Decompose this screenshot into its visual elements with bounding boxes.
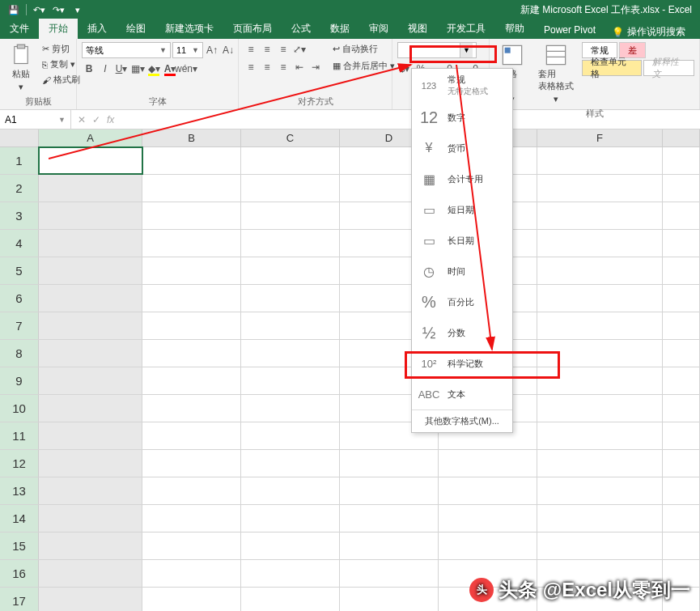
cell[interactable] [142, 202, 241, 229]
cell[interactable] [663, 340, 700, 367]
indent-decrease-button[interactable]: ⇤ [292, 60, 307, 74]
orientation-button[interactable]: ⤢▾ [292, 42, 307, 57]
row-header[interactable]: 15 [0, 533, 39, 559]
row-header[interactable]: 7 [0, 312, 39, 339]
cell[interactable] [663, 312, 700, 339]
row-header[interactable]: 13 [0, 477, 39, 504]
bold-button[interactable]: B [82, 62, 96, 76]
cell[interactable] [663, 450, 700, 477]
format-as-table-button[interactable]: 套用 表格格式▾ [533, 42, 579, 106]
cell[interactable] [663, 147, 700, 174]
cell[interactable] [241, 367, 340, 394]
tab-formulas[interactable]: 公式 [282, 19, 320, 39]
cell[interactable] [340, 588, 439, 611]
align-center-button[interactable]: ≡ [260, 60, 274, 74]
cell[interactable] [39, 450, 142, 477]
indent-increase-button[interactable]: ⇥ [308, 60, 323, 74]
number-format-combo[interactable]: ▼ [397, 42, 477, 58]
cancel-formula-button[interactable]: ✕ [78, 114, 86, 125]
cell[interactable] [142, 422, 241, 449]
tab-review[interactable]: 审阅 [359, 19, 398, 39]
cell[interactable] [537, 477, 663, 504]
cell[interactable] [39, 257, 142, 284]
row-header[interactable]: 6 [0, 285, 39, 312]
format-option-数字[interactable]: 12数字 [412, 102, 512, 133]
cell[interactable] [142, 505, 241, 532]
save-button[interactable]: 💾 [6, 2, 21, 17]
tab-view[interactable]: 视图 [398, 19, 437, 39]
tab-help[interactable]: 帮助 [495, 19, 534, 39]
cell[interactable] [39, 367, 142, 394]
align-top-button[interactable]: ≡ [244, 42, 258, 57]
cell[interactable] [537, 450, 663, 477]
cell[interactable] [142, 477, 241, 504]
cell[interactable] [537, 147, 663, 174]
cell[interactable] [537, 395, 663, 422]
cell[interactable] [663, 202, 700, 229]
cell[interactable] [142, 395, 241, 422]
cell[interactable] [537, 533, 663, 559]
row-header[interactable]: 12 [0, 450, 39, 477]
cell[interactable] [39, 505, 142, 532]
cell[interactable] [241, 202, 340, 229]
font-size-combo[interactable]: 11▼ [172, 42, 203, 58]
cell[interactable] [241, 285, 340, 312]
row-header[interactable]: 10 [0, 395, 39, 422]
cell[interactable] [340, 533, 439, 559]
cell[interactable] [39, 230, 142, 257]
tell-me-search[interactable]: 💡 操作说明搜索 [605, 25, 692, 39]
cell[interactable] [39, 422, 142, 449]
cell[interactable] [537, 230, 663, 257]
cell[interactable] [537, 340, 663, 367]
format-painter-button[interactable]: 🖌格式刷 [40, 73, 82, 87]
cell[interactable] [663, 533, 700, 559]
format-option-货币[interactable]: ¥货币 [412, 133, 512, 163]
align-right-button[interactable]: ≡ [276, 60, 291, 74]
format-option-短日期[interactable]: ▭短日期 [412, 194, 512, 225]
cell[interactable] [241, 505, 340, 532]
cell[interactable] [142, 257, 241, 284]
cell[interactable] [663, 505, 700, 532]
cell[interactable] [241, 395, 340, 422]
tab-draw[interactable]: 绘图 [117, 19, 155, 39]
cell[interactable] [142, 147, 241, 174]
cell[interactable] [142, 285, 241, 312]
row-header[interactable]: 4 [0, 230, 39, 257]
tab-file[interactable]: 文件 [0, 19, 39, 39]
cell[interactable] [241, 147, 340, 174]
style-explanatory[interactable]: 解释性文 [643, 60, 694, 76]
cell[interactable] [537, 175, 663, 202]
cell[interactable] [537, 422, 663, 449]
tab-powerpivot[interactable]: Power Pivot [534, 21, 605, 39]
wrap-text-button[interactable]: ↩自动换行 [331, 42, 397, 56]
cell[interactable] [241, 588, 340, 611]
cell[interactable] [439, 505, 537, 532]
style-check-cell[interactable]: 检查单元格 [582, 60, 642, 76]
cell[interactable] [241, 312, 340, 339]
cut-button[interactable]: ✂剪切 [40, 42, 82, 56]
row-header[interactable]: 5 [0, 257, 39, 284]
cell[interactable] [663, 395, 700, 422]
cell[interactable] [241, 477, 340, 504]
italic-button[interactable]: I [98, 62, 112, 76]
cell[interactable] [142, 533, 241, 559]
format-option-长日期[interactable]: ▭长日期 [412, 225, 512, 256]
insert-function-button[interactable]: fx [107, 114, 114, 125]
format-option-常规[interactable]: 123常规无特定格式 [412, 69, 512, 102]
more-number-formats[interactable]: 其他数字格式(M)... [412, 409, 512, 432]
cell[interactable] [663, 422, 700, 449]
format-option-百分比[interactable]: %百分比 [412, 286, 512, 317]
cell[interactable] [142, 560, 241, 587]
increase-font-button[interactable]: A↑ [205, 43, 219, 57]
paste-button[interactable]: 粘贴▾ [5, 42, 37, 94]
tab-developer[interactable]: 开发工具 [437, 19, 495, 39]
cell[interactable] [537, 367, 663, 394]
cell[interactable] [439, 533, 537, 559]
cell[interactable] [663, 230, 700, 257]
phonetic-button[interactable]: wén▾ [179, 62, 193, 76]
decrease-font-button[interactable]: A↓ [221, 43, 235, 57]
cell[interactable] [39, 533, 142, 559]
row-header[interactable]: 8 [0, 340, 39, 367]
row-header[interactable]: 16 [0, 560, 39, 587]
cell[interactable] [241, 533, 340, 559]
